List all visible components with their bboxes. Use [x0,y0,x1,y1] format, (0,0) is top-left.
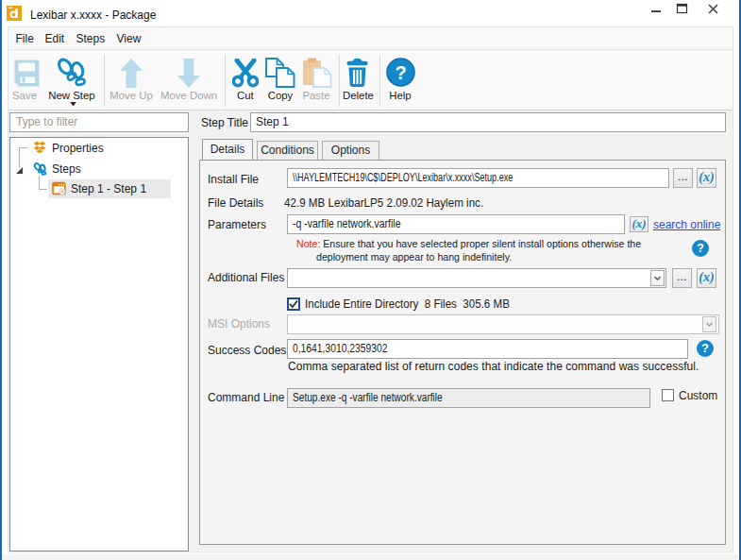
svg-text:?: ? [395,61,406,82]
